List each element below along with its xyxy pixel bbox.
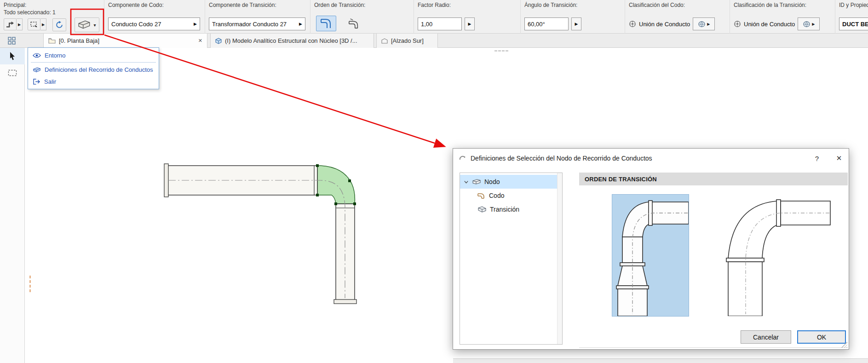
globe-icon: [698, 21, 706, 28]
toolbar-section-transition-order: Orden de Transición:: [310, 0, 414, 34]
dialog-resize-grip[interactable]: [841, 342, 847, 348]
menu-item-label: Definiciones del Recorrido de Conductos: [45, 66, 153, 73]
transition-classification-value: Unión de Conducto: [744, 21, 795, 28]
toolbar-section-elbow-classification: Clasificación del Codo: Unión de Conduct…: [625, 0, 730, 34]
id-field[interactable]: DUCT BEN: [839, 17, 868, 30]
left-toolbox: [0, 48, 25, 363]
view-tab-bar: [0. Planta Baja] ✕ (I) Modelo Analítico …: [0, 34, 868, 48]
duct-elbow-3d-icon: [78, 20, 92, 30]
duct-node-options-button[interactable]: ▾: [75, 17, 99, 32]
dialog-title-bar[interactable]: Definiciones de Selección del Nodo de Re…: [453, 149, 849, 168]
flyout-arrow-icon[interactable]: ▶: [194, 22, 197, 26]
dialog-title: Definiciones de Selección del Nodo de Re…: [471, 155, 652, 162]
grid-icon: [8, 37, 16, 45]
section-label-elbow-component: Componente de Codo:: [108, 2, 164, 8]
section-label-transition-order: Orden de Transición:: [314, 2, 365, 8]
toolbar-section-principal: Principal: Todo seleccionado: 1 ▶ ▶: [0, 0, 104, 34]
menu-item-entorno[interactable]: Entorno: [28, 49, 159, 61]
toolbar-section-transition-angle: Ángulo de Transición: ▶: [520, 0, 625, 34]
tree-item-nodo[interactable]: Nodo: [460, 175, 557, 189]
selection-status: Todo seleccionado: 1: [4, 9, 56, 16]
elevation-icon: [381, 38, 388, 44]
menu-item-label: Entorno: [45, 52, 66, 59]
section-label-elbow-classification: Clasificación del Codo:: [629, 2, 685, 8]
tab-elevation-south[interactable]: [Alzado Sur]: [376, 34, 438, 48]
transition-order-option-1-button[interactable]: [316, 16, 336, 31]
trace-reference-marker-left: [29, 276, 31, 292]
marquee-tool[interactable]: [0, 64, 25, 81]
rotate-mode-button[interactable]: [52, 18, 66, 31]
section-label-principal: Principal:: [4, 2, 26, 8]
section-label-radius-factor: Factor Radio:: [418, 2, 451, 8]
elbow-classification-value: Unión de Conducto: [639, 21, 690, 28]
chevron-down-icon[interactable]: [464, 179, 469, 184]
tab-close-icon[interactable]: ✕: [198, 38, 202, 44]
elbow-component-field[interactable]: Conducto Codo 27 ▶: [108, 17, 200, 30]
tree-item-transicion[interactable]: Transición: [460, 202, 557, 216]
elbow-order-1-icon: [320, 17, 333, 29]
transition-order-option-2-button[interactable]: [344, 16, 364, 31]
route-tool-flyout[interactable]: ▶: [17, 18, 23, 30]
marquee-mode-button[interactable]: [28, 18, 40, 30]
classification-icon: [734, 20, 741, 28]
section-label-transition-classification: Clasificación de la Transición:: [734, 2, 806, 8]
menu-item-duct-routing-settings[interactable]: Definiciones del Recorrido de Conductos: [28, 63, 159, 75]
menu-separator: [31, 62, 156, 63]
section-label-transition-angle: Ángulo de Transición:: [524, 2, 577, 8]
menu-item-salir[interactable]: Salir: [28, 75, 159, 87]
marquee-mode-flyout[interactable]: ▶: [40, 18, 46, 30]
toolbar-section-id-properties: ID y Propiedade DUCT BEN: [835, 0, 868, 34]
transition-order-panel-header: ORDEN DE TRANSICIÓN: [579, 173, 848, 185]
cancel-button[interactable]: Cancelar: [741, 330, 791, 344]
marquee-rect-icon: [8, 69, 17, 76]
transition-order-option-2-preview[interactable]: [707, 195, 831, 316]
tree-scrollbar[interactable]: [557, 173, 562, 344]
dialog-separator: [579, 347, 848, 348]
rotate-icon: [55, 21, 63, 29]
route-tool-button[interactable]: [4, 18, 17, 30]
tab-label: [Alzado Sur]: [391, 37, 433, 44]
elbow-classification-button[interactable]: ▶: [693, 17, 715, 30]
dropdown-arrow[interactable]: ▾: [93, 23, 96, 28]
radius-factor-input[interactable]: [418, 17, 462, 30]
eye-icon: [33, 53, 41, 58]
app-window: Principal: Todo seleccionado: 1 ▶ ▶: [0, 0, 868, 363]
tree-item-label: Nodo: [484, 178, 500, 185]
ok-button[interactable]: OK: [797, 330, 846, 344]
bottom-panel-edge: [453, 358, 868, 363]
flyout-arrow-icon[interactable]: ▶: [299, 22, 302, 26]
classification-icon: [629, 20, 636, 28]
tab-overview-button[interactable]: [4, 35, 19, 46]
tab-structural-model[interactable]: (I) Modelo Analítico Estructural con Núc…: [210, 34, 374, 48]
dialog-close-button[interactable]: ✕: [828, 149, 850, 168]
tree-item-label: Transición: [490, 206, 519, 213]
tree-item-codo[interactable]: Codo: [460, 189, 557, 202]
transition-classification-button[interactable]: ▶: [798, 17, 820, 30]
transition-component-field[interactable]: Transformador Conducto 27 ▶: [209, 17, 305, 30]
transition-icon: [477, 206, 487, 213]
transition-angle-flyout-button[interactable]: ▶: [571, 17, 581, 30]
duct-route-icon: [6, 21, 15, 28]
transition-component-value: Transformador Conducto 27: [212, 21, 296, 28]
section-label-id-properties: ID y Propiedade: [839, 2, 868, 8]
dialog-help-button[interactable]: ?: [806, 149, 828, 168]
elbow-order-2-icon: [347, 18, 360, 29]
dialog-app-icon: [459, 155, 466, 162]
transition-angle-input[interactable]: [524, 17, 569, 30]
section-label-transition-component: Componente de Transición:: [209, 2, 276, 8]
duct-settings-icon: [33, 67, 41, 73]
panel-header-label: ORDEN DE TRANSICIÓN: [585, 176, 657, 183]
toolbar-section-transition-component: Componente de Transición: Transformador …: [205, 0, 310, 34]
tree-item-label: Codo: [489, 192, 504, 199]
radius-factor-flyout-button[interactable]: ▶: [465, 17, 475, 30]
elbow-component-value: Conducto Codo 27: [111, 21, 191, 28]
id-value: DUCT BEN: [842, 21, 868, 28]
transition-order-option-1-preview[interactable]: [612, 195, 689, 316]
tab-floor-plan[interactable]: [0. Planta Baja] ✕: [43, 34, 207, 48]
marquee-icon: [30, 21, 38, 28]
duct-node-icon: [472, 179, 481, 185]
arrow-tool[interactable]: [0, 48, 25, 64]
dialog-node-tree: Nodo Codo Transición: [460, 173, 563, 345]
duct-node-selection-settings-dialog: Definiciones de Selección del Nodo de Re…: [453, 148, 849, 350]
exit-icon: [33, 79, 40, 85]
